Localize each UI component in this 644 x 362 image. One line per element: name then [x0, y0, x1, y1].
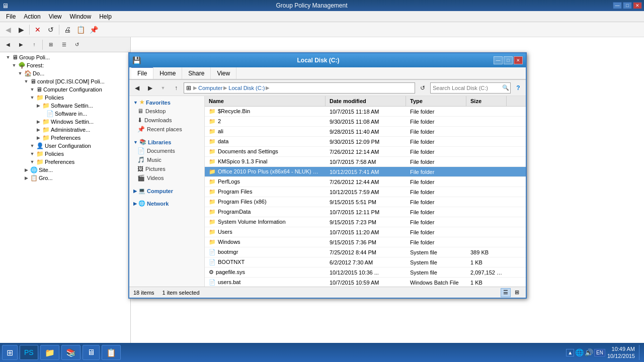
gp-view2[interactable]: ☰ [58, 39, 70, 50]
expand-pol1[interactable]: ▼ [29, 95, 35, 100]
tree-item-domains[interactable]: ▼ 🏠 Do... [1, 69, 129, 77]
close-button[interactable]: ✕ [633, 2, 642, 9]
file-row-2[interactable]: 📁ali 9/28/2015 11:40 AM File folder [205, 127, 526, 137]
file-row-15[interactable]: 📄BOOTNXT 6/2/2012 7:30 AM System file 1 … [205, 257, 526, 267]
expand-pol2[interactable]: ▼ [29, 151, 35, 156]
expand-gp[interactable]: ▶ [23, 175, 29, 180]
nav-pictures[interactable]: 🖼 Pictures [129, 164, 204, 173]
file-row-11[interactable]: 📁System Volume Information 9/15/2015 7:2… [205, 217, 526, 227]
gp-view1[interactable]: ⊞ [45, 39, 57, 50]
expand-user[interactable]: ▼ [29, 143, 35, 148]
file-row-10[interactable]: 📁ProgramData 10/7/2015 12:11 PM File fol… [205, 207, 526, 217]
expand-sites[interactable]: ▶ [23, 167, 29, 172]
taskbar-books[interactable]: 📚 [61, 345, 80, 360]
tree-item-windows-settings[interactable]: ▶ 📁 Windows Settin... [1, 118, 129, 126]
taskbar-note[interactable]: 📋 [102, 345, 121, 360]
search-icon[interactable]: 🔍 [502, 84, 509, 91]
back-button[interactable]: ◀ [2, 24, 14, 35]
tree-item-gpm[interactable]: ▼ 🖥 Group Poli... [1, 53, 129, 61]
refresh-button[interactable]: ↺ [45, 24, 57, 35]
tree-item-policies-1[interactable]: ▼ 📁 Policies [1, 94, 129, 102]
expand-admin[interactable]: ▶ [35, 127, 41, 132]
menu-help[interactable]: Help [95, 12, 116, 21]
stop-button[interactable]: ✕ [32, 24, 44, 35]
search-box[interactable]: 🔍 [430, 82, 511, 94]
tree-item-user-config[interactable]: ▼ 👤 User Configuration [1, 142, 129, 150]
file-row-7[interactable]: 📁PerfLogs 7/26/2012 12:44 AM File folder [205, 177, 526, 187]
computer-header[interactable]: ▶ 💻 Computer [129, 187, 204, 195]
address-bar[interactable]: ⊞ ▶ Computer ▶ Local Disk (C:) ▶ [184, 82, 415, 94]
libraries-header[interactable]: ▼ 📚 Libraries [129, 138, 204, 146]
tab-file[interactable]: File [131, 67, 153, 79]
nav-up[interactable]: ↑ [171, 82, 182, 94]
menu-file[interactable]: File [2, 12, 20, 21]
file-row-5[interactable]: 📁KMSpico 9.1.3 Final 10/7/2015 7:58 AM F… [205, 157, 526, 167]
col-header-date[interactable]: Date modified [326, 96, 406, 106]
nav-refresh[interactable]: ↺ [417, 82, 428, 94]
pin-button[interactable]: 📌 [88, 24, 100, 35]
start-button[interactable]: ⊞ [2, 345, 18, 360]
search-input[interactable] [433, 85, 502, 91]
nav-music[interactable]: 🎵 Music [129, 155, 204, 164]
tree-item-forest[interactable]: ▼ 🌳 Forest: [1, 61, 129, 69]
nav-back[interactable]: ◀ [131, 82, 142, 94]
taskbar-folder[interactable]: 📁 [40, 345, 59, 360]
explorer-maximize[interactable]: □ [504, 56, 513, 64]
tree-item-admin[interactable]: ▶ 📁 Administrative... [1, 126, 129, 134]
explorer-close[interactable]: ✕ [514, 56, 523, 64]
gp-back[interactable]: ◀ [2, 39, 14, 50]
nav-recent[interactable]: 📌 Recent places [129, 125, 204, 134]
col-header-name[interactable]: Name [205, 96, 326, 106]
menu-window[interactable]: Window [66, 12, 96, 21]
maximize-button[interactable]: □ [623, 2, 632, 9]
file-row-0[interactable]: 📁$Recycle.Bin 10/7/2015 11:18 AM File fo… [205, 107, 526, 117]
nav-documents[interactable]: 📄 Documents [129, 146, 204, 155]
expand-dc[interactable]: ▼ [23, 79, 29, 84]
systray-arrow[interactable]: ▲ [566, 349, 574, 356]
file-row-4[interactable]: 📁Documents and Settings 7/26/2012 12:14 … [205, 147, 526, 157]
taskbar-monitor[interactable]: 🖥 [83, 345, 100, 360]
file-row-12[interactable]: 📁Users 10/7/2015 11:20 AM File folder [205, 227, 526, 237]
file-row-8[interactable]: 📁Program Files 10/12/2015 7:59 AM File f… [205, 187, 526, 197]
tree-item-policies-2[interactable]: ▼ 📁 Policies [1, 150, 129, 158]
help-btn[interactable]: ? [513, 82, 524, 94]
file-row-13[interactable]: 📁Windows 9/15/2015 7:36 PM File folder [205, 237, 526, 247]
file-row-9[interactable]: 📁Program Files (x86) 9/15/2015 5:51 PM F… [205, 197, 526, 207]
col-header-size[interactable]: Size [466, 96, 507, 106]
explorer-minimize[interactable]: — [494, 56, 503, 64]
copy-button[interactable]: 📋 [74, 24, 87, 35]
expand-sw1[interactable]: ▶ [35, 103, 41, 108]
tab-home[interactable]: Home [153, 67, 182, 79]
show-desktop-btn[interactable] [639, 345, 642, 360]
nav-downloads[interactable]: ⬇ Downloads [129, 116, 204, 125]
file-row-14[interactable]: 📄bootmgr 7/25/2012 8:44 PM System file 3… [205, 247, 526, 257]
menu-action[interactable]: Action [20, 12, 44, 21]
favorites-header[interactable]: ▼ ★ Favorites [129, 98, 204, 107]
file-row-16[interactable]: ⚙pagefile.sys 10/12/2015 10:36 ... Syste… [205, 267, 526, 278]
expand-gpm[interactable]: ▼ [5, 55, 11, 60]
col-header-type[interactable]: Type [406, 96, 466, 106]
minimize-button[interactable]: — [613, 2, 622, 9]
nav-dropdown[interactable]: ▼ [157, 82, 169, 94]
menu-view[interactable]: View [45, 12, 66, 21]
file-row-17[interactable]: 📄users.bat 10/7/2015 10:59 AM Windows Ba… [205, 278, 526, 287]
view-details[interactable]: ☰ [501, 288, 511, 297]
nav-forward[interactable]: ▶ [144, 82, 155, 94]
expand-prefs1[interactable]: ▶ [35, 135, 41, 140]
gp-forward[interactable]: ▶ [15, 39, 27, 50]
tree-item-prefs-1[interactable]: ▶ 📁 Preferences [1, 134, 129, 142]
forward-button[interactable]: ▶ [15, 24, 27, 35]
gp-refresh[interactable]: ↺ [71, 39, 83, 50]
tree-item-dc[interactable]: ▼ 🖥 control [DC.ISI.COM] Poli... [1, 77, 129, 85]
view-tiles[interactable]: ⊞ [512, 288, 522, 297]
expand-domains[interactable]: ▼ [17, 71, 23, 76]
expand-forest[interactable]: ▼ [11, 63, 17, 68]
address-disk[interactable]: Local Disk (C:) [228, 85, 265, 91]
tree-item-software-in[interactable]: 📄 Software in... [1, 110, 129, 118]
gp-up[interactable]: ↑ [28, 39, 40, 50]
nav-desktop[interactable]: 🖥 Desktop [129, 107, 204, 116]
file-row-6[interactable]: 📁Office 2010 Pro Plus (x86x64 - NLUK) NL… [205, 167, 526, 177]
taskbar-ps[interactable]: PS [20, 345, 38, 360]
print-button[interactable]: 🖨 [61, 24, 73, 35]
tree-item-sites[interactable]: ▶ 🌐 Site... [1, 166, 129, 174]
